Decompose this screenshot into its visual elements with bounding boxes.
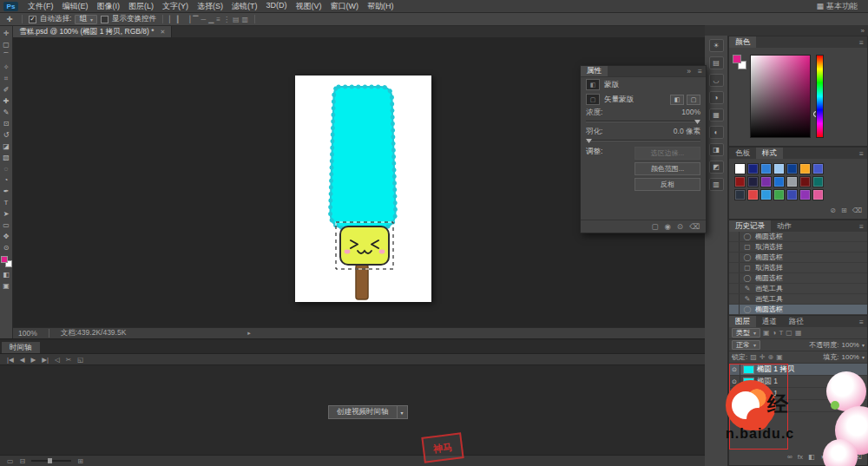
hue-slider[interactable] <box>816 55 824 138</box>
status-flyout-icon[interactable]: ▸ <box>247 330 251 337</box>
slider-knob[interactable] <box>48 458 52 463</box>
previous-frame-icon[interactable]: ◀ <box>20 356 25 364</box>
filter-smart-objects-icon[interactable]: ▦ <box>795 329 802 337</box>
history-source-well[interactable] <box>731 253 740 262</box>
style-swatch[interactable] <box>812 189 824 200</box>
hand-tool[interactable]: ✥ <box>0 231 12 242</box>
timeline-zoom-slider[interactable] <box>31 460 71 462</box>
history-source-well[interactable] <box>731 232 740 241</box>
auto-select-dropdown[interactable]: 组 ▾ <box>75 15 97 24</box>
collapsed-panel-bw-icon[interactable]: ◨ <box>709 143 724 156</box>
collapsed-panel-hue-icon[interactable]: ▦ <box>709 108 724 121</box>
tab-styles[interactable]: 样式 <box>756 148 783 159</box>
style-swatch[interactable] <box>786 176 798 187</box>
filter-adjustment-layers-icon[interactable]: ◑ <box>773 329 777 337</box>
filter-pixel-layers-icon[interactable]: ▣ <box>763 329 770 337</box>
lasso-tool[interactable]: ⌒ <box>0 50 12 62</box>
show-transform-checkbox[interactable] <box>101 16 108 23</box>
blend-mode-dropdown[interactable]: 正常 ▾ <box>732 340 760 350</box>
history-item[interactable]: ◯ 椭圆选框 <box>729 305 867 315</box>
collapse-panel-icon[interactable]: » <box>683 66 694 76</box>
collapse-panels-icon[interactable]: » <box>861 27 865 35</box>
marquee-tool[interactable]: ▢ <box>0 39 12 50</box>
align-v-centers-icon[interactable]: ─ <box>201 16 207 23</box>
shape-tool[interactable]: ▭ <box>0 220 12 231</box>
clear-style-icon[interactable]: ⊘ <box>830 207 836 214</box>
audio-icon[interactable]: ◁ <box>55 356 60 364</box>
filter-shape-layers-icon[interactable]: ▢ <box>786 329 792 337</box>
style-swatch[interactable] <box>760 176 772 187</box>
new-style-icon[interactable]: ⊞ <box>841 207 847 214</box>
style-swatch[interactable] <box>799 189 811 200</box>
quick-select-tool[interactable]: ✧ <box>0 62 12 73</box>
saturation-brightness-field[interactable] <box>750 55 811 138</box>
auto-align-icon[interactable]: ▤ <box>233 16 240 23</box>
distribute-v-icon[interactable]: ⋮ <box>223 16 230 23</box>
vector-mask-icon[interactable]: ▢ <box>586 94 600 105</box>
style-swatch[interactable] <box>734 163 746 174</box>
zoom-level[interactable]: 100% <box>18 329 37 338</box>
history-source-well[interactable] <box>731 305 740 314</box>
align-top-edges-icon[interactable]: ▔ <box>193 16 198 23</box>
play-icon[interactable]: ▶ <box>31 356 36 364</box>
layer-style-icon[interactable]: fx <box>798 453 803 461</box>
opacity-value[interactable]: 100% <box>842 341 859 349</box>
clone-stamp-tool[interactable]: ⊡ <box>0 118 12 129</box>
enable-mask-icon[interactable]: ⊙ <box>677 222 683 231</box>
style-swatch[interactable] <box>812 163 824 174</box>
add-pixel-mask-button[interactable]: ◧ <box>670 95 684 105</box>
collapsed-panel-levels-icon[interactable]: ▤ <box>709 56 724 69</box>
zoom-out-timeline-icon[interactable]: ⊟ <box>20 457 26 465</box>
slider-knob[interactable] <box>694 118 700 124</box>
align-bottom-edges-icon[interactable]: ▁ <box>208 16 214 23</box>
quick-mask-tool[interactable]: ◧ <box>0 269 12 280</box>
tab-color[interactable]: 颜色 <box>729 36 756 48</box>
filter-type-layers-icon[interactable]: T <box>779 329 783 337</box>
auto-select-checkbox[interactable]: ✓ <box>29 16 36 23</box>
zoom-tool[interactable]: ⊙ <box>0 242 12 253</box>
panel-menu-icon[interactable]: ≡ <box>856 36 867 48</box>
history-source-well[interactable] <box>731 273 740 283</box>
pen-tool[interactable]: ✒ <box>0 186 12 197</box>
layer-thumbnail[interactable] <box>743 365 754 374</box>
dodge-tool[interactable]: ◔ <box>0 174 12 186</box>
layer-name[interactable]: 椭圆 1 拷贝 <box>757 364 794 375</box>
artboard[interactable] <box>295 75 431 302</box>
add-vector-mask-button[interactable]: ▢ <box>687 95 700 105</box>
frame-mode-icon[interactable]: ▭ <box>7 457 14 465</box>
eyedropper-tool[interactable]: ✐ <box>0 84 12 95</box>
panel-menu-icon[interactable]: ≡ <box>856 148 867 159</box>
tab-actions[interactable]: 动作 <box>771 220 798 232</box>
zoom-in-timeline-icon[interactable]: ⊞ <box>77 457 83 465</box>
document-tab[interactable]: 雪糕.psd @ 100% (椭圆 1 拷贝, RGB/8) * ✕ <box>13 26 172 37</box>
lock-all-icon[interactable]: ▣ <box>776 353 783 361</box>
menu-item[interactable]: 视图(V) <box>292 1 326 12</box>
style-swatch[interactable] <box>799 176 811 187</box>
invert-button[interactable]: 反相 <box>635 178 700 191</box>
fill-value[interactable]: 100% <box>842 353 859 361</box>
foreground-color-mini-swatch[interactable] <box>733 55 741 63</box>
menu-item[interactable]: 3D(D) <box>262 1 292 12</box>
style-swatch[interactable] <box>799 163 811 174</box>
style-swatch[interactable] <box>747 189 759 200</box>
menu-item[interactable]: 帮助(H) <box>363 1 398 12</box>
tab-swatches[interactable]: 色板 <box>729 148 756 159</box>
path-select-tool[interactable]: ➤ <box>0 208 12 220</box>
align-right-edges-icon[interactable]: ▕ <box>185 16 190 23</box>
style-swatch[interactable] <box>734 176 746 187</box>
mask-thumbnail-icon[interactable]: ◧ <box>586 79 600 90</box>
history-item[interactable]: ◯ 椭圆选框 <box>729 273 867 284</box>
tab-layers[interactable]: 图层 <box>729 316 756 327</box>
collapsed-panel-balance-icon[interactable]: ◐ <box>709 126 724 139</box>
crop-tool[interactable]: ⌗ <box>0 73 12 84</box>
brush-tool[interactable]: ✎ <box>0 107 12 118</box>
density-slider[interactable] <box>586 121 700 122</box>
layer-filter-dropdown[interactable]: 类型 ▾ <box>732 328 760 338</box>
close-icon[interactable]: ✕ <box>161 29 166 36</box>
history-source-well[interactable] <box>731 294 740 304</box>
panel-menu-icon[interactable]: ≡ <box>856 220 867 232</box>
feather-value[interactable]: 0.0 像素 <box>674 127 700 137</box>
style-swatch[interactable] <box>812 176 824 187</box>
color-range-button[interactable]: 颜色范围... <box>635 162 700 175</box>
mask-edge-button[interactable]: 选区边缘... <box>635 147 700 160</box>
